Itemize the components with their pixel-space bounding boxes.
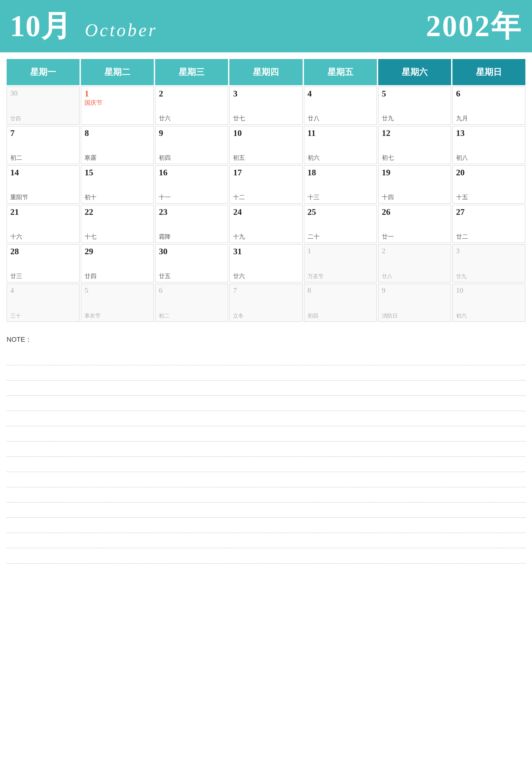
lunar-label: 廿九 — [382, 114, 447, 122]
day-header: 星期一 — [7, 59, 80, 85]
lunar-label: 九月 — [456, 114, 522, 122]
festival-label: 国庆节 — [85, 99, 150, 107]
solar-term-label: 立冬 — [233, 313, 299, 320]
day-number: 5 — [382, 89, 447, 98]
day-number: 21 — [10, 208, 76, 216]
festival-label: 重阳节 — [10, 193, 76, 201]
lunar-label: 初五 — [233, 154, 299, 162]
lunar-label: 廿四 — [10, 115, 76, 122]
day-number: 28 — [10, 247, 76, 256]
day-number: 19 — [382, 168, 447, 177]
calendar-cell: 30廿四 — [7, 87, 80, 125]
note-line — [7, 472, 525, 487]
day-number: 6 — [456, 89, 522, 98]
calendar-cell: 21十六 — [7, 205, 80, 243]
lunar-label: 三十 — [10, 313, 76, 320]
lunar-label: 廿八 — [382, 273, 447, 280]
calendar-cell: 27廿二 — [452, 205, 525, 243]
note-lines — [7, 350, 525, 563]
note-line — [7, 503, 525, 518]
lunar-label: 初十 — [85, 193, 150, 201]
festival-label: 寒衣节 — [85, 313, 150, 320]
lunar-label: 初四 — [159, 154, 224, 162]
lunar-label: 初六 — [308, 154, 373, 162]
calendar-cell: 23霜降 — [155, 205, 228, 243]
lunar-label: 十三 — [308, 193, 373, 201]
day-number: 20 — [456, 168, 522, 177]
note-line — [7, 411, 525, 426]
header-left: 10月 October — [10, 6, 157, 46]
calendar-cell: 10初六 — [452, 284, 525, 322]
calendar-cell: 16十一 — [155, 165, 228, 204]
day-number: 27 — [456, 208, 522, 216]
day-number: 2 — [382, 247, 447, 255]
calendar-cell: 14重阳节 — [7, 165, 80, 204]
day-number: 25 — [308, 208, 373, 216]
note-line — [7, 457, 525, 472]
calendar-cell: 5廿九 — [378, 87, 451, 125]
calendar-cell: 19十四 — [378, 165, 451, 204]
day-number: 14 — [10, 168, 76, 177]
calendar-cell: 2廿八 — [378, 244, 451, 282]
calendar-cell: 28廿三 — [7, 244, 80, 282]
calendar-cell: 3廿七 — [229, 87, 302, 125]
lunar-label: 廿三 — [10, 272, 76, 280]
note-line — [7, 381, 525, 396]
day-number: 3 — [456, 247, 522, 255]
day-number: 3 — [233, 89, 299, 98]
calendar-cell: 20十五 — [452, 165, 525, 204]
lunar-label: 初六 — [456, 313, 522, 320]
solar-term-label: 霜降 — [159, 233, 224, 241]
day-number: 1 — [85, 89, 150, 98]
day-number: 26 — [382, 208, 447, 216]
calendar-cell: 15初十 — [81, 165, 154, 204]
note-line — [7, 350, 525, 365]
day-number: 7 — [233, 287, 299, 294]
month-english: October — [85, 20, 157, 40]
lunar-label: 十五 — [456, 193, 522, 201]
day-number: 1 — [308, 247, 373, 255]
lunar-label: 初二 — [10, 154, 76, 162]
year: 2002年 — [426, 6, 522, 46]
lunar-label: 十二 — [233, 193, 299, 201]
calendar-header: 10月 October 2002年 — [0, 0, 532, 52]
day-number: 12 — [382, 129, 447, 138]
lunar-label: 十四 — [382, 193, 447, 201]
day-headers-row: 星期一星期二星期三星期四星期五星期六星期日 — [7, 59, 525, 85]
lunar-label: 二十 — [308, 233, 373, 241]
lunar-label: 廿六 — [159, 114, 224, 122]
calendar-cell: 8寒露 — [81, 126, 154, 164]
day-number: 9 — [159, 129, 224, 138]
day-number: 31 — [233, 247, 299, 256]
lunar-label: 初八 — [456, 154, 522, 162]
calendar-cell: 7立冬 — [229, 284, 302, 322]
calendar-cell: 7初二 — [7, 126, 80, 164]
lunar-label: 廿九 — [456, 273, 522, 280]
lunar-label: 廿五 — [159, 272, 224, 280]
day-number: 22 — [85, 208, 150, 216]
day-number: 10 — [456, 287, 522, 294]
day-number: 11 — [308, 129, 373, 138]
calendar-cell: 5寒衣节 — [81, 284, 154, 322]
day-number: 7 — [10, 129, 76, 138]
day-number: 29 — [85, 247, 150, 256]
lunar-label: 初二 — [159, 313, 224, 320]
day-number: 17 — [233, 168, 299, 177]
calendar-cell: 30廿五 — [155, 244, 228, 282]
month-chinese: 10月 — [10, 6, 72, 46]
calendar-grid: 30廿四1国庆节2廿六3廿七4廿八5廿九6九月7初二8寒露9初四10初五11初六… — [7, 87, 525, 322]
festival-label: 万圣节 — [308, 273, 373, 280]
lunar-label: 廿七 — [233, 114, 299, 122]
lunar-label: 十六 — [10, 233, 76, 241]
note-line — [7, 518, 525, 533]
solar-term-label: 寒露 — [85, 154, 150, 162]
day-number: 4 — [308, 89, 373, 98]
calendar-cell: 9消防日 — [378, 284, 451, 322]
lunar-label: 十九 — [233, 233, 299, 241]
calendar-cell: 13初八 — [452, 126, 525, 164]
day-number: 13 — [456, 129, 522, 138]
day-header: 星期二 — [81, 59, 154, 85]
calendar-cell: 18十三 — [304, 165, 377, 204]
calendar-cell: 17十二 — [229, 165, 302, 204]
note-line — [7, 365, 525, 381]
